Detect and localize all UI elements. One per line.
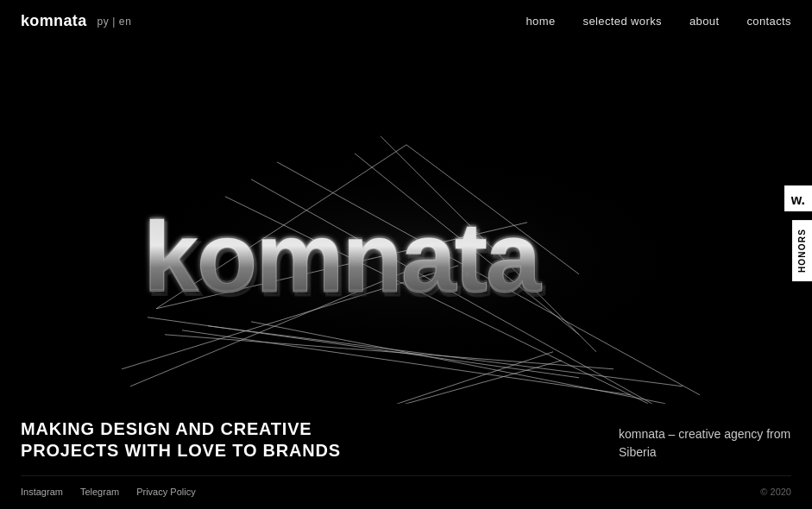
bottom-section: MAKING DESIGN AND CREATIVEPROJECTS WITH … <box>0 418 812 509</box>
hero-svg: komnata komnata komnata komnata komnata <box>79 93 734 404</box>
tagline: MAKING DESIGN AND CREATIVEPROJECTS WITH … <box>21 418 341 462</box>
tagline-row: MAKING DESIGN AND CREATIVEPROJECTS WITH … <box>21 418 791 475</box>
footer-telegram[interactable]: Telegram <box>80 487 119 497</box>
side-tab-honors: Honors <box>792 220 812 281</box>
header: komnata ру | en home selected works abou… <box>0 0 812 42</box>
lang-switcher[interactable]: ру | en <box>98 16 132 28</box>
footer-instagram[interactable]: Instagram <box>21 487 63 497</box>
hero-visual: komnata komnata komnata komnata komnata <box>79 93 734 404</box>
main-nav: home selected works about contacts <box>526 15 791 28</box>
nav-contacts[interactable]: contacts <box>746 15 791 28</box>
logo: komnata <box>21 12 87 30</box>
copyright: © 2020 <box>760 487 791 497</box>
agency-description: komnata – creative agency from Siberia <box>619 425 791 462</box>
nav-selected-works[interactable]: selected works <box>583 15 662 28</box>
svg-text:komnata: komnata <box>143 200 542 311</box>
header-left: komnata ру | en <box>21 12 131 30</box>
footer: Instagram Telegram Privacy Policy © 2020 <box>21 475 791 509</box>
nav-home[interactable]: home <box>526 15 555 28</box>
svg-line-17 <box>251 361 562 404</box>
side-tab-w: w. <box>784 185 812 211</box>
nav-about[interactable]: about <box>689 15 719 28</box>
footer-links: Instagram Telegram Privacy Policy <box>21 487 196 497</box>
footer-privacy[interactable]: Privacy Policy <box>136 487 195 497</box>
